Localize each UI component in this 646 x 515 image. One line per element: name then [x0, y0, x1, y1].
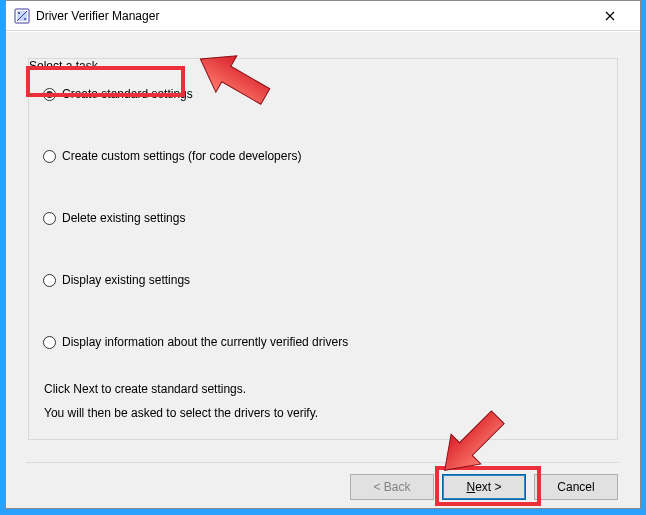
radio-label: Delete existing settings: [62, 211, 185, 225]
close-button[interactable]: [588, 2, 632, 30]
radio-label: Create standard settings: [62, 87, 193, 101]
next-button[interactable]: Next >: [442, 474, 526, 500]
next-button-label: Next >: [466, 480, 501, 494]
radio-display-existing[interactable]: Display existing settings: [43, 273, 190, 287]
radio-icon: [43, 150, 56, 163]
task-legend: Select a task: [29, 59, 98, 73]
client-area: Select a task Create standard settings C…: [6, 32, 640, 508]
svg-point-3: [24, 18, 26, 20]
window-title: Driver Verifier Manager: [36, 9, 588, 23]
radio-icon: [43, 336, 56, 349]
window-frame: Driver Verifier Manager Select a task Cr…: [5, 0, 641, 509]
app-icon: [14, 8, 30, 24]
cancel-button[interactable]: Cancel: [534, 474, 618, 500]
titlebar: Driver Verifier Manager: [6, 1, 640, 31]
radio-icon: [43, 88, 56, 101]
wizard-buttons: < Back Next > Cancel: [350, 474, 618, 500]
radio-create-standard[interactable]: Create standard settings: [43, 87, 193, 101]
radio-icon: [43, 274, 56, 287]
radio-delete-existing[interactable]: Delete existing settings: [43, 211, 185, 225]
back-button-label: < Back: [373, 480, 410, 494]
radio-icon: [43, 212, 56, 225]
separator: [26, 462, 620, 464]
help-text-1: Click Next to create standard settings.: [44, 382, 246, 396]
radio-label: Display information about the currently …: [62, 335, 348, 349]
cancel-button-label: Cancel: [557, 480, 594, 494]
radio-create-custom[interactable]: Create custom settings (for code develop…: [43, 149, 301, 163]
back-button: < Back: [350, 474, 434, 500]
help-text-2: You will then be asked to select the dri…: [44, 406, 318, 420]
radio-display-current[interactable]: Display information about the currently …: [43, 335, 348, 349]
svg-point-2: [18, 12, 20, 14]
close-icon: [605, 11, 615, 21]
radio-label: Create custom settings (for code develop…: [62, 149, 301, 163]
radio-label: Display existing settings: [62, 273, 190, 287]
